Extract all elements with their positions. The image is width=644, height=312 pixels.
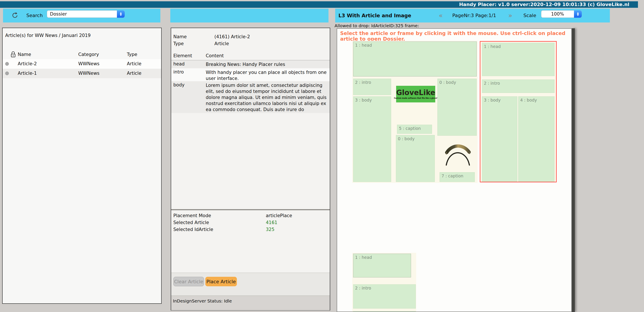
layout-title: L3 With Article and Image xyxy=(338,13,411,18)
logo-tagline: Custom made software that fits like a gl… xyxy=(394,97,438,99)
refresh-icon[interactable] xyxy=(11,12,18,19)
type-value: Article xyxy=(214,41,229,46)
next-page-icon[interactable]: » xyxy=(508,12,512,19)
app-title-text: Handy Placer: v1.0 server:2020-12-09 10:… xyxy=(459,2,629,7)
row-type: Article xyxy=(127,71,141,76)
toolbar-middle xyxy=(170,9,328,22)
element-name: head xyxy=(173,61,184,66)
element-row-head[interactable]: head Breaking News: Handy Placer rules xyxy=(171,60,330,68)
col-category: Category xyxy=(78,52,99,57)
name-value: (4161) Article-2 xyxy=(214,34,250,39)
layout-frame-body3[interactable]: 3 : body xyxy=(482,96,517,182)
toolbar-right: L3 With Article and Image « PageNr:3 Pag… xyxy=(335,9,610,22)
stepper-down-icon: ▼ xyxy=(577,14,579,16)
type-label: Type xyxy=(173,41,184,46)
article-status-dot xyxy=(5,62,9,66)
search-dossier-select[interactable]: Dossier ▲ ▼ xyxy=(47,10,125,18)
page-preview-pane[interactable]: Select the article or frame by clicking … xyxy=(337,28,572,312)
col-type: Type xyxy=(127,52,137,57)
section-divider xyxy=(171,209,330,210)
select-stepper-icon[interactable]: ▲ ▼ xyxy=(117,10,125,18)
layout-frame-caption7[interactable]: 7 : caption xyxy=(440,172,475,182)
stepper-down-icon: ▼ xyxy=(120,14,122,16)
toolbar-left: Search Dossier ▲ ▼ xyxy=(3,9,160,22)
frame-label: 3 : body xyxy=(355,98,372,102)
scale-select[interactable]: 100% ▲ ▼ xyxy=(541,10,582,18)
selected-article-value: 4161 xyxy=(266,220,277,225)
layout-frame-head[interactable]: 1 : head xyxy=(482,43,554,76)
element-name: body xyxy=(173,82,184,88)
selected-idarticle-label: Selected IdArticle xyxy=(173,227,213,232)
col-name: Name xyxy=(18,52,31,57)
table-row-article-1[interactable]: Article-1 WWNews Article xyxy=(2,69,161,78)
frame-label: 1 : head xyxy=(355,43,372,48)
frame-label: 5 : caption xyxy=(399,126,421,131)
scale-stepper-icon[interactable]: ▲ ▼ xyxy=(574,10,582,18)
frame-label: 7 : caption xyxy=(442,174,463,178)
frame-label: 2 : intro xyxy=(484,81,500,86)
scale-select-value: 100% xyxy=(541,12,574,17)
allowed-drop-status: Allowed to drop: IdArticleID:325 frame: xyxy=(334,23,419,28)
article-list-panel: Article(s) for WW News / Januari 2019 0 … xyxy=(2,28,162,304)
article-list-title: Article(s) for WW News / Januari 2019 xyxy=(5,33,90,38)
row-category: WWNews xyxy=(78,71,100,76)
element-row-intro[interactable]: intro With handy placer you can place al… xyxy=(171,68,330,81)
preview-instruction: Select the article or frame by clicking … xyxy=(340,30,572,42)
clear-article-button[interactable]: Clear Article xyxy=(173,277,204,286)
app-titlebar: Handy Placer: v1.0 server:2020-12-09 10:… xyxy=(0,1,638,8)
table-row-article-2[interactable]: Article-2 WWNews Article xyxy=(2,59,161,69)
search-select-value: Dossier xyxy=(47,12,117,17)
selected-layout-group[interactable]: 1 : head 2 : intro 3 : body 4 : body xyxy=(480,41,557,182)
article-detail-panel: Name (4161) Article-2 Type Article Eleme… xyxy=(171,28,330,310)
indesign-status-text: InDesignServer Status: Idle xyxy=(173,298,232,304)
frame-label: 4 : body xyxy=(520,98,537,102)
page-info: PageNr:3 Page:1/1 xyxy=(452,13,496,18)
layout-frame-body0-bottom[interactable]: 0 : body xyxy=(396,135,435,182)
frame-label: 3 : body xyxy=(484,98,501,102)
svg-text:0: 0 xyxy=(12,55,14,57)
element-table-header: Element Content xyxy=(171,53,330,60)
placement-mode-label: Placement Mode xyxy=(173,213,211,218)
frame-label: 1 : head xyxy=(355,255,372,260)
frame-label: 2 : intro xyxy=(355,286,371,290)
element-content: With handy placer you can place all obje… xyxy=(206,69,327,82)
name-label: Name xyxy=(173,34,187,39)
selected-idarticle-value: 325 xyxy=(266,227,274,232)
layout-frame-head-page2[interactable]: 1 : head xyxy=(353,254,411,278)
layout-frame-body3[interactable]: 3 : body xyxy=(353,96,391,182)
search-label: Search xyxy=(26,13,43,18)
layout-frame-intro-page2[interactable]: 2 : intro xyxy=(353,284,416,308)
indesign-status-bar: InDesignServer Status: Idle xyxy=(171,296,330,310)
layout-frame-head[interactable]: 1 : head xyxy=(353,42,477,76)
article-status-dot xyxy=(5,72,9,75)
row-type: Article xyxy=(127,61,141,66)
col-content: Content xyxy=(206,53,224,58)
element-content: Lorem ipsum dolor sit amet, consectetur … xyxy=(206,82,327,112)
col-element: Element xyxy=(173,53,192,58)
layout-frame-body0-right[interactable]: 0 : body xyxy=(438,79,477,136)
layout-frame-caption5[interactable]: 5 : caption xyxy=(397,125,432,134)
layout-frame-body4[interactable]: 4 : body xyxy=(518,96,554,182)
logo-text: GloveLike xyxy=(396,89,435,96)
row-category: WWNews xyxy=(78,61,100,66)
button-area: Clear Article Place Article xyxy=(171,273,330,296)
element-content: Breaking News: Handy Placer rules xyxy=(206,61,327,68)
frame-label: 0 : body xyxy=(398,136,415,141)
layout-frame-intro[interactable]: 2 : intro xyxy=(482,80,554,93)
scale-label: Scale xyxy=(524,13,536,18)
frame-label: 1 : head xyxy=(484,44,501,49)
place-article-button[interactable]: Place Article xyxy=(205,277,237,286)
layout-frame-intro[interactable]: 2 : intro xyxy=(353,79,391,95)
preview-window-edge xyxy=(572,28,575,312)
row-name: Article-1 xyxy=(18,71,37,76)
prev-page-icon[interactable]: « xyxy=(439,12,442,19)
glovelike-logo-image[interactable]: GloveLike Custom made software that fits… xyxy=(396,86,435,102)
placement-mode-value: articlePlace xyxy=(266,213,292,218)
frame-label: 2 : intro xyxy=(355,80,371,85)
hat-image[interactable] xyxy=(444,141,472,167)
row-name: Article-2 xyxy=(18,61,37,66)
selected-article-label: Selected Article xyxy=(173,220,209,225)
lock-icon: 0 xyxy=(10,51,16,59)
element-row-body[interactable]: body Lorem ipsum dolor sit amet, consect… xyxy=(171,81,330,113)
layout-frame-partial-page2[interactable] xyxy=(353,311,416,312)
